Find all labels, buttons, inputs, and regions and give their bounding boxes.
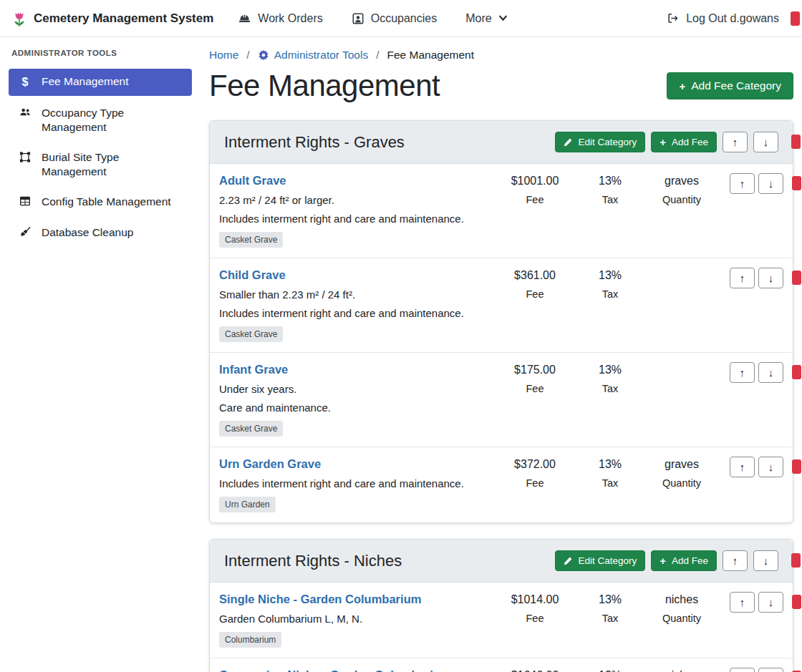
fee-type-badge: Casket Grave: [219, 326, 283, 342]
move-category-down-button[interactable]: ↓: [753, 550, 778, 571]
app-brand[interactable]: Cemetery Management System: [11, 9, 213, 28]
pencil-icon: [564, 557, 572, 565]
plus-icon: +: [660, 137, 666, 147]
fee-category-card-niches: Interment Rights - Niches Edit Category …: [209, 539, 793, 672]
dollar-icon: $: [17, 75, 33, 90]
fee-row: Adult Grave 2.23 m² / 24 ft² or larger. …: [210, 164, 793, 258]
clipped-red-element: [792, 595, 801, 609]
sidebar-item-fee-management[interactable]: $ Fee Management: [9, 69, 192, 96]
fee-name-link[interactable]: Single Niche - Garden Columbarium: [219, 593, 421, 606]
arrow-up-icon: ↑: [733, 136, 738, 148]
quantity-column: [639, 361, 725, 363]
tax-label: Tax: [581, 194, 639, 205]
clipped-red-element: [792, 365, 801, 379]
move-fee-up-button[interactable]: ↑: [730, 173, 755, 194]
quantity-column: graves Quantity: [639, 456, 725, 489]
fee-name-link[interactable]: Urn Garden Grave: [219, 457, 321, 471]
tax-column: 13% Tax: [581, 361, 639, 394]
nav-occupancies[interactable]: Occupancies: [352, 12, 438, 25]
move-fee-down-button[interactable]: ↓: [758, 362, 783, 383]
pencil-icon: [564, 138, 572, 147]
breadcrumb-admin-tools-link[interactable]: Administrator Tools: [274, 49, 369, 62]
fee-name-link[interactable]: Companion Niche - Garden Columbarium: [219, 668, 451, 672]
fee-value: $1014.00: [488, 593, 581, 607]
fee-description: Includes interment right and care and ma…: [219, 307, 488, 319]
tax-column: 13% Tax: [581, 172, 639, 205]
breadcrumb-home-link[interactable]: Home: [209, 49, 238, 62]
move-fee-down-button[interactable]: ↓: [758, 668, 783, 672]
arrow-up-icon: ↑: [740, 596, 745, 608]
move-fee-up-button[interactable]: ↑: [730, 362, 755, 383]
quantity-label: Quantity: [639, 477, 725, 489]
move-fee-down-button[interactable]: ↓: [758, 457, 783, 477]
move-category-up-button[interactable]: ↑: [723, 132, 748, 152]
hard-hat-icon: [238, 12, 251, 25]
fee-name-link[interactable]: Child Grave: [219, 268, 286, 282]
sidebar-item-database-cleanup[interactable]: Database Cleanup: [9, 220, 192, 245]
add-fee-category-button[interactable]: + Add Fee Category: [667, 72, 793, 99]
fee-row: Child Grave Smaller than 2.23 m² / 24 ft…: [210, 258, 793, 352]
fee-label: Fee: [488, 194, 581, 205]
move-fee-down-button[interactable]: ↓: [758, 592, 783, 613]
arrow-down-icon: ↓: [768, 177, 774, 190]
move-fee-up-button[interactable]: ↑: [730, 268, 755, 288]
gear-icon: [258, 49, 269, 61]
clipped-red-element: [792, 176, 801, 190]
fee-description: Under six years.: [219, 383, 488, 395]
fee-row: Infant Grave Under six years. Care and m…: [210, 352, 793, 447]
edit-category-button[interactable]: Edit Category: [555, 132, 645, 152]
nav-more[interactable]: More: [465, 12, 507, 25]
tax-value: 13%: [581, 268, 639, 283]
arrow-up-icon: ↑: [740, 177, 745, 190]
plus-icon: +: [679, 81, 685, 92]
tulip-logo-icon: [11, 9, 27, 28]
broom-icon: [17, 226, 33, 238]
move-category-up-button[interactable]: ↑: [723, 550, 748, 571]
sidebar-item-occupancy-type-management[interactable]: Occupancy Type Management: [9, 100, 192, 140]
table-icon: [17, 195, 33, 207]
fee-name-link[interactable]: Infant Grave: [219, 363, 288, 376]
move-fee-down-button[interactable]: ↓: [758, 268, 783, 288]
fee-description: Includes interment right and care and ma…: [219, 213, 488, 225]
tax-label: Tax: [581, 383, 639, 394]
arrow-up-icon: ↑: [740, 272, 745, 284]
edit-category-button[interactable]: Edit Category: [555, 550, 645, 571]
sidebar-item-config-table-management[interactable]: Config Table Management: [9, 189, 192, 215]
quantity-column: [639, 267, 725, 268]
fee-value: $1646.00: [488, 668, 581, 672]
nav-work-orders[interactable]: Work Orders: [238, 12, 322, 25]
fee-description: Care and maintenance.: [219, 401, 488, 414]
fee-label: Fee: [488, 613, 581, 624]
breadcrumb-separator: /: [376, 49, 379, 62]
sidebar-item-burial-site-type-management[interactable]: Burial Site Type Management: [9, 145, 192, 185]
category-actions: Edit Category + Add Fee ↑ ↓: [555, 132, 778, 152]
admin-sidebar: ADMINISTRATOR TOOLS $ Fee Management Occ…: [0, 37, 200, 250]
arrow-up-icon: ↑: [740, 366, 745, 379]
quantity-value: graves: [639, 457, 725, 472]
move-fee-up-button[interactable]: ↑: [730, 457, 755, 477]
top-navbar: Cemetery Management System Work Orders O…: [0, 0, 802, 37]
add-fee-button[interactable]: + Add Fee: [651, 132, 717, 152]
person-frame-icon: [352, 12, 364, 25]
move-fee-up-button[interactable]: ↑: [730, 668, 755, 672]
fee-reorder: ↑ ↓: [725, 591, 793, 613]
fee-name-link[interactable]: Adult Grave: [219, 174, 286, 188]
move-fee-up-button[interactable]: ↑: [730, 592, 755, 613]
tax-value: 13%: [581, 457, 639, 472]
move-category-down-button[interactable]: ↓: [753, 132, 778, 152]
quantity-value: graves: [639, 174, 725, 188]
add-fee-button[interactable]: + Add Fee: [651, 550, 717, 571]
move-fee-down-button[interactable]: ↓: [758, 173, 783, 194]
fee-amount-column: $1001.00 Fee: [488, 172, 581, 205]
fee-amount-column: $1014.00 Fee: [488, 591, 581, 624]
fee-reorder: ↑ ↓: [725, 267, 793, 288]
logout-button[interactable]: Log Out d.gowans: [666, 12, 779, 25]
breadcrumb-current: Fee Management: [387, 49, 475, 62]
main-content: Home / Administrator Tools / Fee Managem…: [200, 37, 802, 672]
sidebar-item-label: Database Cleanup: [42, 225, 133, 240]
fee-amount-column: $175.00 Fee: [488, 361, 581, 394]
fee-value: $372.00: [488, 457, 581, 472]
fee-type-badge: Casket Grave: [219, 421, 283, 437]
arrow-down-icon: ↓: [768, 366, 774, 379]
nav-occupancies-label: Occupancies: [371, 12, 438, 25]
